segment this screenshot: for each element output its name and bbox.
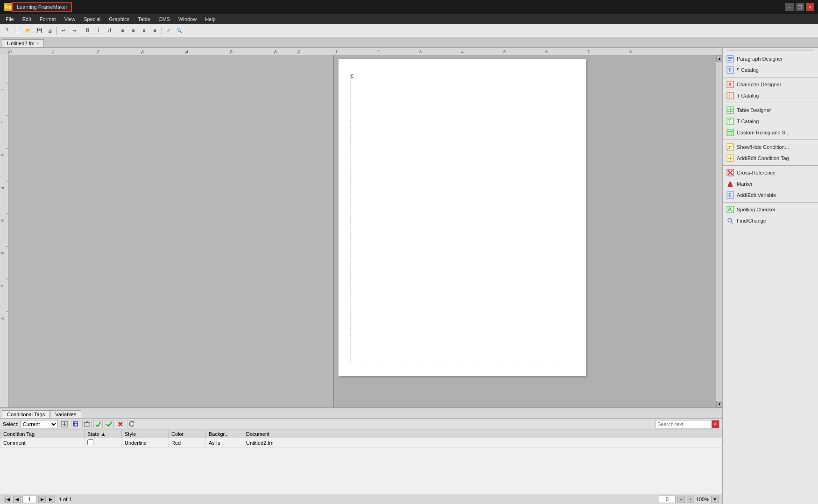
panel-item-custom-ruling[interactable]: Custom Ruling and S... bbox=[723, 127, 818, 138]
panel-item-spelling[interactable]: Spelling Checker bbox=[723, 204, 818, 215]
panel-item-character-designer[interactable]: A Character Designer bbox=[723, 79, 818, 90]
flow-input[interactable] bbox=[659, 496, 676, 503]
col-state[interactable]: State ▲ bbox=[85, 430, 122, 438]
menu-special[interactable]: Special bbox=[80, 15, 104, 23]
align-right-button[interactable]: ≡ bbox=[139, 26, 149, 36]
search-clear-button[interactable]: ✕ bbox=[712, 420, 719, 428]
scroll-track bbox=[716, 62, 722, 401]
scroll-down-button[interactable]: ▼ bbox=[716, 401, 722, 407]
svg-text:2: 2 bbox=[377, 49, 380, 54]
panel-item-t-catalog-1[interactable]: ¶ ¶ Catalog bbox=[723, 64, 818, 76]
redo-button[interactable]: ↪ bbox=[69, 26, 79, 36]
new-button[interactable]: 📄 bbox=[13, 26, 23, 36]
doc-pages: § bbox=[8, 55, 716, 407]
table-row[interactable]: Comment Underline Red As Is Untitled2.fm bbox=[0, 438, 722, 448]
text-frame[interactable]: § bbox=[350, 73, 574, 362]
close-button[interactable]: ✕ bbox=[806, 3, 814, 11]
scroll-up-button[interactable]: ▲ bbox=[716, 55, 722, 62]
first-page-button[interactable]: |◀ bbox=[4, 496, 11, 503]
menu-help[interactable]: Help bbox=[201, 15, 219, 23]
panel-item-t-catalog-2[interactable]: T T Catalog bbox=[723, 90, 818, 101]
bold-button[interactable]: B bbox=[83, 26, 93, 36]
toolbar-separator-1 bbox=[56, 27, 57, 35]
restore-button[interactable]: ❐ bbox=[796, 3, 804, 11]
menu-file[interactable]: File bbox=[2, 15, 18, 23]
page-number-input[interactable] bbox=[22, 496, 36, 503]
check-all-button[interactable] bbox=[105, 420, 114, 428]
align-left-button[interactable]: ≡ bbox=[118, 26, 128, 36]
delete-condition-button[interactable] bbox=[82, 420, 92, 428]
underline-button[interactable]: U bbox=[104, 26, 114, 36]
master-page-area bbox=[8, 55, 334, 407]
open-button[interactable]: 📂 bbox=[23, 26, 34, 36]
zoom-dropdown-button[interactable]: ▼ bbox=[711, 496, 719, 503]
cell-style: Underline bbox=[122, 438, 169, 448]
menu-window[interactable]: Window bbox=[175, 15, 200, 23]
title-bar-right: − ❐ ✕ bbox=[785, 3, 814, 11]
col-background[interactable]: Backgr... bbox=[206, 430, 243, 438]
align-center-button[interactable]: ≡ bbox=[128, 26, 139, 36]
status-bar: |◀ ◀ ▶ ▶| 1 of 1 − + 100% ▼ bbox=[0, 494, 722, 504]
tab-variables[interactable]: Variables bbox=[50, 410, 81, 418]
spelling-button[interactable]: ✓ bbox=[163, 26, 174, 36]
minimize-button[interactable]: − bbox=[785, 3, 794, 11]
refresh-button[interactable] bbox=[127, 420, 136, 428]
tab-conditional-tags[interactable]: Conditional Tags bbox=[2, 410, 50, 418]
state-checkbox[interactable] bbox=[87, 439, 93, 445]
svg-text:3: 3 bbox=[0, 154, 5, 156]
panel-item-table-designer[interactable]: Table Designer bbox=[723, 105, 818, 116]
find-button[interactable]: 🔍 bbox=[174, 26, 184, 36]
marker-label: Marker bbox=[737, 181, 753, 187]
align-justify-button[interactable]: ≡ bbox=[150, 26, 160, 36]
menu-view[interactable]: View bbox=[61, 15, 79, 23]
print-button[interactable]: 🖨 bbox=[45, 26, 55, 36]
prev-page-button[interactable]: ◀ bbox=[13, 496, 21, 503]
edit-condition-button[interactable] bbox=[71, 420, 80, 428]
panel-item-find-change[interactable]: Find/Change bbox=[723, 215, 818, 226]
t-catalog-3-label: T Catalog bbox=[737, 119, 759, 124]
menu-cms[interactable]: CMS bbox=[155, 15, 174, 23]
main-col: 0 1 2 3 4 5 6 bbox=[0, 48, 722, 504]
search-input[interactable] bbox=[656, 421, 712, 427]
undo-button[interactable]: ↩ bbox=[58, 26, 69, 36]
panel-item-t-catalog-3[interactable]: T T Catalog bbox=[723, 116, 818, 127]
svg-rect-85 bbox=[727, 206, 733, 213]
panel-item-add-condition[interactable]: Add/Edit Condition Tag bbox=[723, 153, 818, 164]
panel-item-show-hide[interactable]: T Show/Hide Condition... bbox=[723, 141, 818, 153]
svg-text:7: 7 bbox=[587, 49, 590, 54]
panel-item-marker[interactable]: Marker bbox=[723, 178, 818, 189]
menu-table[interactable]: Table bbox=[134, 15, 154, 23]
new-condition-button[interactable] bbox=[60, 420, 69, 428]
panel-item-paragraph-designer[interactable]: Paragraph Designer bbox=[723, 53, 818, 64]
next-page-button[interactable]: ▶ bbox=[38, 496, 46, 503]
menu-edit[interactable]: Edit bbox=[19, 15, 35, 23]
col-condition-tag[interactable]: Condition Tag bbox=[0, 430, 85, 438]
tab-close-icon[interactable]: × bbox=[36, 41, 39, 46]
doc-main-row: 1 2 3 4 5 6 7 bbox=[0, 55, 722, 407]
col-document[interactable]: Document bbox=[243, 430, 722, 438]
apply-button[interactable] bbox=[93, 420, 103, 428]
svg-rect-45 bbox=[73, 422, 78, 426]
menu-graphics[interactable]: Graphics bbox=[105, 15, 133, 23]
col-style[interactable]: Style bbox=[122, 430, 169, 438]
last-page-button[interactable]: ▶| bbox=[48, 496, 55, 503]
right-sidebar: Paragraph Designer ¶ ¶ Catalog A Charact… bbox=[722, 48, 818, 504]
panel-item-cross-reference[interactable]: Cross-Reference bbox=[723, 167, 818, 178]
zoom-minus-button[interactable]: − bbox=[677, 496, 685, 503]
vertical-scrollbar[interactable]: ▲ ▼ bbox=[716, 55, 722, 407]
help-button[interactable]: ? bbox=[2, 26, 12, 36]
menu-format[interactable]: Format bbox=[36, 15, 60, 23]
select-dropdown[interactable]: Current All New bbox=[21, 420, 58, 428]
clear-button[interactable] bbox=[116, 420, 125, 428]
col-color[interactable]: Color bbox=[169, 430, 206, 438]
find-change-icon bbox=[726, 217, 734, 224]
doc-tab[interactable]: Untitled2.fm × bbox=[2, 39, 44, 47]
save-button[interactable]: 💾 bbox=[34, 26, 44, 36]
character-designer-label: Character Designer bbox=[737, 82, 781, 87]
t-catalog-2-label: T Catalog bbox=[737, 93, 759, 98]
zoom-plus-button[interactable]: + bbox=[687, 496, 694, 503]
panel-item-add-variable[interactable]: $ Add/Edit Variable bbox=[723, 189, 818, 201]
content-area: 0 1 2 3 4 5 6 bbox=[0, 48, 818, 504]
svg-line-88 bbox=[731, 222, 733, 224]
italic-button[interactable]: I bbox=[93, 26, 104, 36]
